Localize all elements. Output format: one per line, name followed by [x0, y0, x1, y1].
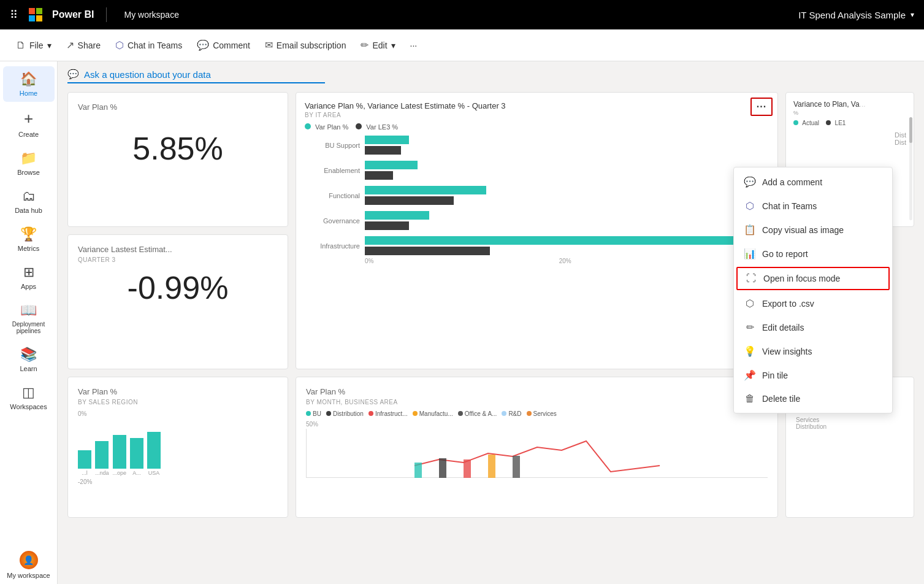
ctx-add-comment[interactable]: 💬 Add a comment [734, 170, 892, 194]
svg-rect-0 [414, 463, 422, 478]
export-csv-icon: ⬡ [744, 298, 756, 309]
bar-chart: BU Support Enablement [305, 136, 769, 255]
sidebar-item-browse[interactable]: 📁 Browse [3, 145, 55, 181]
toolbar: 🗋 File ▾ ↗ Share ⬡ Chat in Teams 💬 Comme… [0, 29, 924, 61]
chat-in-teams-button[interactable]: ⬡ Chat in Teams [109, 36, 188, 55]
ctx-go-report[interactable]: 📊 Go to report [734, 242, 892, 266]
sidebar-item-apps[interactable]: ⊞ Apps [3, 259, 55, 295]
chart-legend: Var Plan % Var LE3 % [305, 123, 769, 131]
create-icon: + [24, 109, 33, 128]
var-plan-region-title: Var Plan % [78, 387, 278, 396]
ctx-focus-mode-label: Open in focus mode [763, 274, 840, 283]
bar-container-enablement [365, 161, 769, 180]
dist-label: DistDist [793, 131, 906, 146]
month-legend: BU Distribution Infrastruct... Manufactu… [306, 410, 768, 417]
ctx-delete-tile[interactable]: 🗑 Delete tile [734, 387, 892, 410]
distribution-label: Distribution [796, 423, 904, 430]
region-bar-3 [113, 435, 126, 469]
bar-row-infrastructure: Infrastructure [305, 236, 769, 255]
apps-dots-icon[interactable]: ⠿ [10, 8, 19, 21]
tile-main-chart: Variance Plan %, Variance Latest Estimat… [296, 92, 778, 369]
bar-container-infrastructure [365, 236, 769, 255]
svg-rect-1 [439, 458, 446, 478]
ctx-pin-tile[interactable]: 📌 Pin tile [734, 363, 892, 387]
context-menu: 💬 Add a comment ⬡ Chat in Teams 📋 Copy v… [733, 167, 893, 413]
email-icon: ✉ [265, 39, 273, 51]
bar-dark-governance [365, 221, 409, 230]
comment-button[interactable]: 💬 Comment [191, 36, 256, 55]
tile-menu-button[interactable]: ··· [750, 98, 773, 116]
legend-dark: Var LE3 % [356, 123, 398, 131]
ctx-edit-details[interactable]: ✏ Edit details [734, 315, 892, 339]
top-nav: ⠿ Power BI My workspace IT Spend Analysi… [0, 0, 924, 29]
right-peek-title: Variance to Plan, Va... [793, 100, 906, 109]
ask-text: Ask a question about your data [84, 69, 211, 80]
region-label-3: ...ope [113, 470, 127, 476]
month-axis-50: 50% [306, 421, 768, 428]
edit-button[interactable]: ✏ Edit ▾ [354, 36, 401, 55]
legend-item-infrastruct: Infrastruct... [368, 410, 408, 417]
add-comment-icon: 💬 [744, 176, 756, 188]
comment-label: Comment [213, 40, 250, 50]
report-chevron-icon[interactable]: ▾ [911, 10, 914, 19]
sidebar-item-deployment[interactable]: 📖 Deployment pipelines [3, 298, 55, 339]
edit-icon: ✏ [361, 39, 368, 51]
edit-chevron-icon: ▾ [391, 40, 395, 50]
file-icon: 🗋 [16, 40, 26, 51]
ask-question-bar[interactable]: 💬 Ask a question about your data [67, 69, 325, 83]
workspaces-label: Workspaces [10, 403, 47, 410]
mfg-dot [413, 411, 418, 416]
bar-label-infrastructure: Infrastructure [305, 242, 360, 250]
teams-icon: ⬡ [115, 39, 124, 51]
region-bar-4 [130, 438, 143, 469]
sidebar-item-myworkspace[interactable]: 👤 My workspace [3, 546, 55, 584]
metrics-label: Metrics [18, 245, 39, 252]
bu-dot [306, 411, 311, 416]
copy-visual-icon: 📋 [744, 224, 756, 236]
bar-row-busupport: BU Support [305, 136, 769, 155]
legend-item-services: Services [527, 410, 557, 417]
bar-col-3: ...ope [113, 435, 127, 476]
ask-icon: 💬 [67, 69, 79, 80]
share-button[interactable]: ↗ Share [60, 36, 107, 55]
sidebar-item-metrics[interactable]: 🏆 Metrics [3, 221, 55, 257]
sidebar-item-workspaces[interactable]: ◫ Workspaces [3, 380, 55, 415]
office-dot [458, 411, 463, 416]
svg-rect-3 [488, 455, 495, 478]
right-peek-scenario: Actual LE1 [793, 120, 906, 126]
ctx-copy-visual[interactable]: 📋 Copy visual as image [734, 218, 892, 242]
share-icon: ↗ [66, 39, 74, 51]
chat-teams-ctx-icon: ⬡ [744, 200, 756, 212]
ctx-go-report-label: Go to report [762, 249, 808, 259]
ctx-copy-visual-label: Copy visual as image [762, 225, 844, 235]
sidebar-item-datahub[interactable]: 🗂 Data hub [3, 183, 55, 219]
region-bar-5 [147, 432, 161, 469]
bar-teal-infrastructure [365, 236, 736, 245]
legend-dot-dark [356, 123, 362, 129]
browse-icon: 📁 [20, 150, 37, 166]
legend-label-teal: Var Plan % [315, 123, 348, 131]
file-button[interactable]: 🗋 File ▾ [10, 36, 58, 55]
sidebar: 🏠 Home + Create 📁 Browse 🗂 Data hub 🏆 Me… [0, 61, 58, 584]
bar-label-functional: Functional [305, 192, 360, 199]
sidebar-item-create[interactable]: + Create [3, 104, 55, 143]
more-options-button[interactable]: ··· [404, 37, 424, 54]
legend-item-manufactu: Manufactu... [413, 410, 453, 417]
region-bar-1 [78, 450, 91, 469]
ctx-export-csv[interactable]: ⬡ Export to .csv [734, 291, 892, 315]
deployment-icon: 📖 [20, 302, 37, 318]
ctx-focus-mode[interactable]: ⛶ Open in focus mode [736, 267, 890, 290]
sidebar-item-home[interactable]: 🏠 Home [3, 66, 55, 102]
ctx-view-insights[interactable]: 💡 View insights [734, 339, 892, 363]
bar-dark-busupport [365, 146, 401, 155]
learn-label: Learn [20, 365, 37, 372]
workspaces-icon: ◫ [22, 385, 35, 401]
email-subscription-button[interactable]: ✉ Email subscription [259, 36, 353, 55]
actual-label: Actual [802, 120, 819, 126]
sidebar-item-learn[interactable]: 📚 Learn [3, 342, 55, 377]
tile-variance-title: Variance Lastest Estimat... [78, 245, 278, 254]
view-insights-icon: 💡 [744, 345, 756, 357]
ctx-chat-teams[interactable]: ⬡ Chat in Teams [734, 194, 892, 218]
chart-subtitle: BY IT AREA [305, 112, 769, 118]
services-label: Services [796, 417, 904, 423]
